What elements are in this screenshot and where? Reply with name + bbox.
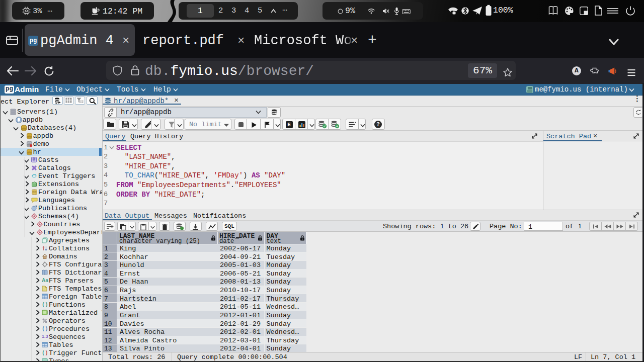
svg-text:+: + [336,124,339,129]
svg-text:✓: ✓ [323,124,326,129]
